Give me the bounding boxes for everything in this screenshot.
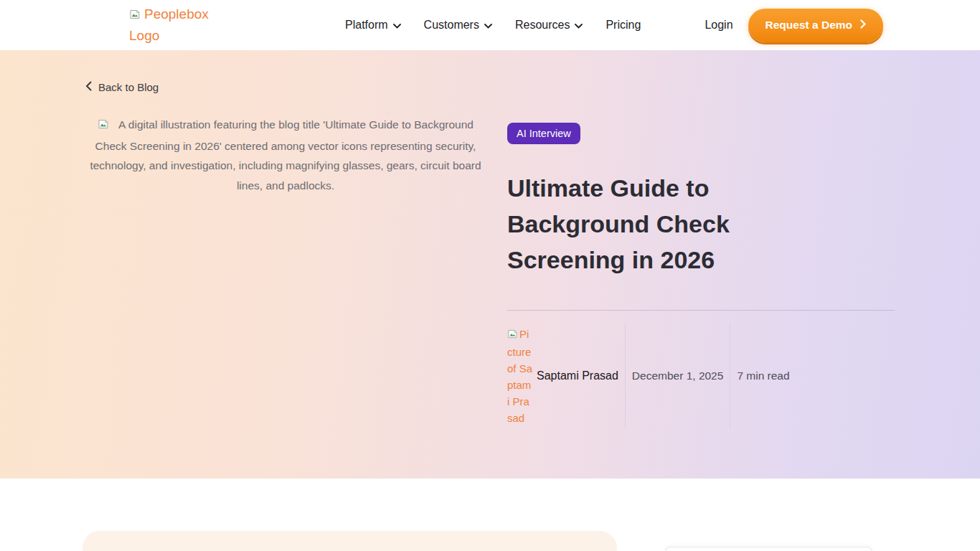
hero-image-alt-text: A digital illustration featuring the blo… xyxy=(90,118,481,192)
article-content-card xyxy=(83,531,617,551)
nav-label: Pricing xyxy=(606,19,641,32)
nav-label: Platform xyxy=(345,19,388,32)
nav-item-pricing[interactable]: Pricing xyxy=(606,19,641,32)
request-demo-button[interactable]: Request a Demo xyxy=(748,9,883,42)
article-header-row: A digital illustration featuring the blo… xyxy=(85,115,895,433)
site-header: Peoplebox Logo Platform Customers Resour… xyxy=(0,0,980,50)
article-header-column: AI Interview Ultimate Guide to Backgroun… xyxy=(507,115,895,433)
hero-container: Back to Blog A digital illustration feat… xyxy=(85,50,895,433)
chevron-down-icon xyxy=(393,19,401,32)
publish-date: December 1, 2025 xyxy=(626,369,730,382)
hero-image-placeholder: A digital illustration featuring the blo… xyxy=(85,115,481,433)
nav-item-resources[interactable]: Resources xyxy=(515,19,583,32)
logo-link[interactable]: Peoplebox Logo xyxy=(129,4,209,46)
header-right: Login Request a Demo xyxy=(705,9,883,42)
broken-image-icon xyxy=(129,6,141,26)
login-link[interactable]: Login xyxy=(705,19,732,32)
nav-item-customers[interactable]: Customers xyxy=(424,19,492,32)
back-to-blog-label: Back to Blog xyxy=(98,81,159,93)
nav-label: Customers xyxy=(424,19,479,32)
sidebar-card xyxy=(665,547,872,551)
request-demo-label: Request a Demo xyxy=(765,19,852,32)
chevron-right-icon xyxy=(860,19,866,32)
nav-label: Resources xyxy=(515,19,570,32)
author-name: Saptami Prasad xyxy=(537,369,618,382)
article-hero-section: Back to Blog A digital illustration feat… xyxy=(0,50,980,479)
main-nav: Platform Customers Resources Pricing xyxy=(345,19,641,32)
author-avatar-placeholder[interactable]: Picture of Saptami Prasad xyxy=(507,326,533,426)
read-time: 7 min read xyxy=(730,369,789,382)
logo-alt-text: Peoplebox Logo xyxy=(129,6,209,43)
broken-image-icon xyxy=(98,116,109,136)
author-meta-row: Picture of Saptami Prasad Saptami Prasad… xyxy=(507,311,895,433)
broken-image-icon xyxy=(507,327,518,344)
chevron-down-icon xyxy=(575,19,583,32)
chevron-down-icon xyxy=(484,19,492,32)
chevron-left-icon xyxy=(85,81,92,93)
article-title: Ultimate Guide to Background Check Scree… xyxy=(507,170,788,278)
category-badge[interactable]: AI Interview xyxy=(507,123,580,144)
back-to-blog-link[interactable]: Back to Blog xyxy=(85,81,159,93)
nav-item-platform[interactable]: Platform xyxy=(345,19,401,32)
article-body-section xyxy=(0,479,980,551)
